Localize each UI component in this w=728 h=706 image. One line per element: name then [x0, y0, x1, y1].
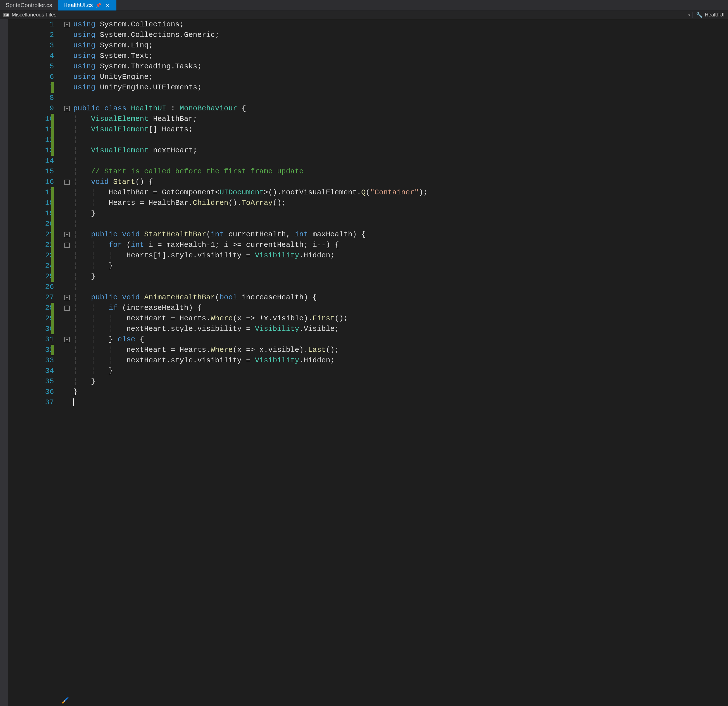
- code-line[interactable]: ¦ }: [62, 271, 728, 282]
- line-number: 21: [8, 229, 54, 240]
- code-line[interactable]: using UnityEngine.UIElements;: [62, 82, 728, 93]
- change-marker: [51, 135, 54, 145]
- line-number: 12: [8, 135, 54, 145]
- code-line[interactable]: ¦: [62, 219, 728, 229]
- code-line[interactable]: using System.Collections.Generic;: [62, 30, 728, 40]
- line-number: 2: [8, 30, 54, 40]
- change-marker: [51, 271, 54, 282]
- line-number: 18: [8, 198, 54, 208]
- code-line[interactable]: ¦: [62, 282, 728, 292]
- line-number: 14: [8, 156, 54, 166]
- code-text: using UnityEngine;: [72, 72, 153, 82]
- code-line[interactable]: −using System.Collections;: [62, 19, 728, 30]
- code-line[interactable]: ¦ ¦ Hearts = HealthBar.Children().ToArra…: [62, 198, 728, 208]
- code-text: ¦ public void AnimateHealthBar(bool incr…: [72, 292, 317, 303]
- code-line[interactable]: ¦ }: [62, 376, 728, 387]
- change-marker: [51, 208, 54, 219]
- code-line[interactable]: }: [62, 387, 728, 397]
- code-text: using System.Collections;: [72, 19, 184, 30]
- code-area[interactable]: −using System.Collections;using System.C…: [62, 19, 728, 706]
- code-line[interactable]: using System.Linq;: [62, 40, 728, 51]
- code-line[interactable]: [62, 397, 728, 408]
- code-text: ¦ ¦ ¦ nextHeart = Hearts.Where(x => x.vi…: [72, 345, 339, 355]
- line-number: 32: [8, 345, 54, 355]
- line-number: 16: [8, 177, 54, 187]
- code-line[interactable]: −¦ public void StartHealthBar(int curren…: [62, 229, 728, 240]
- code-line[interactable]: ¦ VisualElement HealthBar;: [62, 114, 728, 124]
- code-line[interactable]: ¦: [62, 156, 728, 166]
- line-number: 33: [8, 355, 54, 366]
- line-number: 35: [8, 376, 54, 387]
- pin-icon[interactable]: 📌: [96, 3, 101, 8]
- code-line[interactable]: ¦ ¦ ¦ nextHeart = Hearts.Where(x => !x.v…: [62, 313, 728, 324]
- code-text: ¦: [72, 282, 78, 292]
- context-dropdown-left[interactable]: C# Miscellaneous Files ▾: [0, 12, 692, 18]
- margin-strip: [0, 19, 8, 706]
- line-number: 11: [8, 124, 54, 135]
- change-marker: [51, 261, 54, 271]
- code-line[interactable]: ¦ ¦ ¦ Hearts[i].style.visibility = Visib…: [62, 250, 728, 261]
- code-text: ¦ VisualElement nextHeart;: [72, 145, 197, 156]
- tab-health-ui[interactable]: HealthUI.cs 📌 ✕: [58, 0, 116, 10]
- code-line[interactable]: −¦ ¦ for (int i = maxHealth-1; i >= curr…: [62, 240, 728, 250]
- code-text: ¦ public void StartHealthBar(int current…: [72, 229, 366, 240]
- code-line[interactable]: ¦ VisualElement nextHeart;: [62, 145, 728, 156]
- line-number: 27: [8, 292, 54, 303]
- code-text: ¦ ¦ ¦ nextHeart.style.visibility = Visib…: [72, 324, 339, 334]
- code-line[interactable]: using System.Text;: [62, 51, 728, 61]
- code-text: ¦ VisualElement[] Hearts;: [72, 124, 193, 135]
- code-line[interactable]: −¦ void Start() {: [62, 177, 728, 187]
- tab-sprite-controller[interactable]: SpriteController.cs: [0, 0, 58, 10]
- cs-file-icon: C#: [3, 13, 9, 17]
- code-text: ¦: [72, 156, 78, 166]
- context-bar: C# Miscellaneous Files ▾ 🔧 HealthUI: [0, 11, 728, 19]
- code-line[interactable]: [62, 93, 728, 103]
- line-number: 23: [8, 250, 54, 261]
- change-marker: [51, 240, 54, 250]
- code-text: ¦ }: [72, 208, 95, 219]
- code-text: public class HealthUI : MonoBehaviour {: [72, 103, 246, 114]
- code-text: ¦ ¦ ¦ nextHeart = Hearts.Where(x => !x.v…: [72, 313, 348, 324]
- close-icon[interactable]: ✕: [104, 2, 111, 9]
- code-text: using System.Collections.Generic;: [72, 30, 220, 40]
- lightbulb-icon[interactable]: 🖌️: [61, 697, 69, 704]
- line-number: 19: [8, 208, 54, 219]
- chevron-down-icon: ▾: [688, 13, 690, 17]
- tab-bar: SpriteController.cs HealthUI.cs 📌 ✕: [0, 0, 728, 11]
- code-line[interactable]: using System.Threading.Tasks;: [62, 61, 728, 72]
- code-line[interactable]: −¦ public void AnimateHealthBar(bool inc…: [62, 292, 728, 303]
- code-text: ¦ ¦ }: [72, 366, 113, 376]
- line-number: 36: [8, 387, 54, 397]
- code-text: ¦ ¦ ¦ nextHeart.style.visibility = Visib…: [72, 355, 335, 366]
- change-marker: [51, 219, 54, 229]
- line-number: 6: [8, 72, 54, 82]
- code-line[interactable]: using UnityEngine;: [62, 72, 728, 82]
- code-text: ¦ void Start() {: [72, 177, 153, 187]
- code-text: ¦ ¦ if (increaseHealth) {: [72, 303, 202, 313]
- code-line[interactable]: ¦ // Start is called before the first fr…: [62, 166, 728, 177]
- code-line[interactable]: ¦ VisualElement[] Hearts;: [62, 124, 728, 135]
- line-number: 15: [8, 166, 54, 177]
- code-line[interactable]: ¦ ¦ }: [62, 366, 728, 376]
- code-line[interactable]: −¦ ¦ if (increaseHealth) {: [62, 303, 728, 313]
- context-dropdown-right[interactable]: 🔧 HealthUI: [692, 12, 728, 18]
- code-line[interactable]: ¦ }: [62, 208, 728, 219]
- change-marker: [51, 313, 54, 324]
- line-number: 20: [8, 219, 54, 229]
- change-marker: [51, 114, 54, 124]
- code-editor[interactable]: 1234567891011121314151617181920212223242…: [0, 19, 728, 706]
- code-line[interactable]: ¦: [62, 135, 728, 145]
- code-line[interactable]: −public class HealthUI : MonoBehaviour {: [62, 103, 728, 114]
- code-line[interactable]: ¦ ¦ ¦ nextHeart = Hearts.Where(x => x.vi…: [62, 345, 728, 355]
- line-number: 5: [8, 61, 54, 72]
- code-line[interactable]: ¦ ¦ HealthBar = GetComponent<UIDocument>…: [62, 187, 728, 198]
- code-line[interactable]: ¦ ¦ ¦ nextHeart.style.visibility = Visib…: [62, 355, 728, 366]
- change-marker: [51, 345, 54, 355]
- change-marker: [51, 82, 54, 93]
- code-text: ¦: [72, 219, 78, 229]
- code-line[interactable]: ¦ ¦ ¦ nextHeart.style.visibility = Visib…: [62, 324, 728, 334]
- line-number: 30: [8, 324, 54, 334]
- code-text: ¦ ¦ for (int i = maxHealth-1; i >= curre…: [72, 240, 339, 250]
- code-line[interactable]: ¦ ¦ }: [62, 261, 728, 271]
- code-line[interactable]: −¦ ¦ } else {: [62, 334, 728, 345]
